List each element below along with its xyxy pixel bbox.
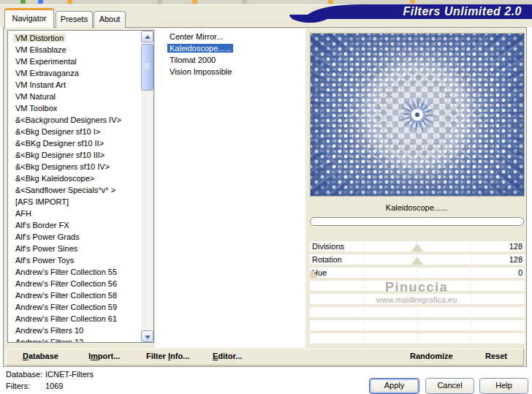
list-item[interactable]: VM Natural: [8, 91, 153, 102]
reset-button[interactable]: Reset: [485, 352, 507, 360]
list-item[interactable]: VM Elisablaze: [8, 44, 153, 56]
slider-empty[interactable]: [310, 320, 525, 330]
list-item-label: Kaleidoscope......: [167, 44, 233, 53]
toolbar-button-label: m: [91, 352, 98, 360]
toolbar-button-import[interactable]: Import...: [88, 352, 120, 360]
list-item[interactable]: VM Distortion: [8, 32, 153, 44]
list-item[interactable]: Alf's Border FX: [8, 219, 153, 231]
list-item-label: Andrew's Filter Collection 55: [13, 268, 119, 276]
tab-presets-label: Presets: [61, 15, 88, 23]
filters-unlimited-dialog: Filters Unlimited 2.0 Navigator Presets …: [0, 0, 532, 394]
slider-value: 128: [509, 255, 522, 264]
toolbar-button-database[interactable]: Database: [23, 352, 58, 360]
list-item[interactable]: Andrew's Filters 10: [8, 325, 153, 336]
list-item[interactable]: &<Background Designers IV>: [8, 114, 153, 126]
category-list-scrollbar[interactable]: [141, 31, 153, 342]
slider-empty[interactable]: [310, 333, 525, 344]
status-database: Database: ICNET-Filters: [6, 370, 42, 379]
status-filters-label: Filters:: [6, 382, 30, 390]
toolbar-button-label: nfo...: [170, 352, 189, 360]
slider-empty[interactable]: [310, 307, 525, 317]
list-item-label: Andrew's Filter Collection 59: [13, 303, 119, 311]
list-item[interactable]: AFH: [8, 208, 153, 219]
list-item[interactable]: [AFS IMPORT]: [8, 196, 153, 208]
list-item[interactable]: VM Toolbox: [8, 102, 153, 114]
toolbar-button-label: port...: [98, 352, 121, 360]
list-item-label: Tilomat 2000: [167, 56, 218, 64]
slider-hue[interactable]: Hue0: [310, 268, 525, 278]
list-item[interactable]: &<Sandflower Specials°v° >: [8, 184, 153, 196]
scroll-down-button[interactable]: [141, 330, 153, 342]
category-list[interactable]: VM DistortionVM ElisablazeVM Experimenta…: [7, 30, 154, 343]
list-item[interactable]: &<Bkg Designers sf10 IV>: [8, 161, 153, 173]
slider-divisions[interactable]: Divisions128: [310, 241, 525, 251]
status-filters-value: 1069: [45, 382, 63, 390]
cancel-button[interactable]: Cancel: [425, 378, 474, 394]
list-item-label: VM Experimental: [13, 57, 79, 66]
background-window-icon-sliver: [67, 0, 72, 4]
background-window-icon-sliver: [38, 0, 43, 4]
apply-button[interactable]: Apply: [369, 378, 419, 394]
list-item[interactable]: Andrew's Filter Collection 56: [8, 278, 153, 289]
list-item[interactable]: Alf's Power Grads: [8, 231, 153, 243]
filter-list[interactable]: Center Mirror...Kaleidoscope......Tiloma…: [155, 29, 305, 348]
slider-thumb[interactable]: [411, 243, 423, 251]
tab-navigator-label: Navigator: [12, 14, 46, 23]
render-progress-bar: [310, 217, 524, 226]
list-item-label: VM Extravaganza: [13, 69, 81, 77]
list-item[interactable]: &<Bkg Designer sf10 III>: [8, 149, 153, 161]
scrollbar-thumb[interactable]: [141, 44, 153, 91]
list-item[interactable]: &<BKg Designer sf10 II>: [8, 137, 153, 149]
list-item-label: VM Distortion: [13, 34, 66, 42]
list-item[interactable]: Andrew's Filter Collection 59: [8, 301, 153, 313]
list-item[interactable]: Center Mirror...: [155, 31, 305, 42]
background-window-icon-sliver: [157, 0, 162, 4]
list-item-label: Alf's Power Toys: [13, 256, 76, 265]
slider-thumb[interactable]: [411, 257, 423, 265]
tab-navigator[interactable]: Navigator: [4, 8, 54, 28]
slider-rotation[interactable]: Rotation128: [310, 254, 525, 265]
list-item[interactable]: &<Bkg Designer sf10 I>: [8, 126, 153, 137]
list-item-label: Alf's Power Grads: [13, 232, 82, 241]
list-item[interactable]: VM Experimental: [8, 56, 153, 67]
background-window-icon-sliver: [20, 0, 26, 4]
list-item[interactable]: VM Extravaganza: [8, 67, 153, 79]
list-item-label: Vision Impossible: [167, 67, 234, 76]
slider-label: Divisions: [312, 242, 344, 251]
list-item[interactable]: Andrew's Filter Collection 55: [8, 266, 153, 278]
help-button[interactable]: Help: [479, 378, 528, 394]
list-item[interactable]: Andrew's Filter Collection 61: [8, 313, 153, 325]
toolbar-button-filterinfo[interactable]: Filter Info...: [146, 352, 189, 360]
list-item-label: &<Sandflower Specials°v° >: [13, 186, 118, 194]
toolbar-button-editor[interactable]: Editor...: [213, 352, 242, 360]
list-item-label: Andrew's Filters 12: [13, 338, 86, 343]
kaleidoscope-center-dot: [415, 113, 419, 117]
list-item-label: Andrew's Filter Collection 56: [13, 279, 119, 288]
list-item[interactable]: Alf's Power Sines: [8, 243, 153, 254]
list-item-label: Alf's Power Sines: [13, 244, 80, 253]
list-item[interactable]: Andrew's Filter Collection 58: [8, 289, 153, 301]
toolbar-button-label: atabase: [28, 352, 58, 360]
list-item[interactable]: Kaleidoscope......: [155, 42, 305, 54]
list-item[interactable]: Tilomat 2000: [155, 54, 305, 66]
slider-thumb[interactable]: [310, 270, 318, 278]
chevron-down-icon: [145, 336, 151, 339]
list-item[interactable]: Vision Impossible: [155, 66, 305, 77]
toolbar-button-label: D: [23, 352, 28, 360]
list-item[interactable]: VM Instant Art: [8, 79, 153, 91]
tab-presets[interactable]: Presets: [56, 11, 93, 28]
toolbar-button-label: Filter: [146, 352, 168, 360]
list-item[interactable]: &<Bkg Kaleidoscope>: [8, 173, 153, 184]
list-item-label: &<Bkg Kaleidoscope>: [13, 174, 96, 183]
list-item-label: Andrew's Filter Collection 58: [13, 291, 119, 300]
list-item-label: VM Instant Art: [13, 80, 68, 89]
list-item[interactable]: Alf's Power Toys: [8, 254, 153, 266]
tab-about-label: About: [99, 15, 121, 23]
list-item-label: [AFS IMPORT]: [13, 197, 71, 206]
tab-about[interactable]: About: [94, 11, 126, 28]
list-item-label: Alf's Border FX: [13, 221, 72, 230]
list-item-label: VM Toolbox: [13, 104, 59, 113]
randomize-button[interactable]: Randomize: [410, 352, 453, 360]
list-item[interactable]: Andrew's Filters 12: [8, 336, 153, 343]
scroll-up-button[interactable]: [141, 31, 153, 42]
